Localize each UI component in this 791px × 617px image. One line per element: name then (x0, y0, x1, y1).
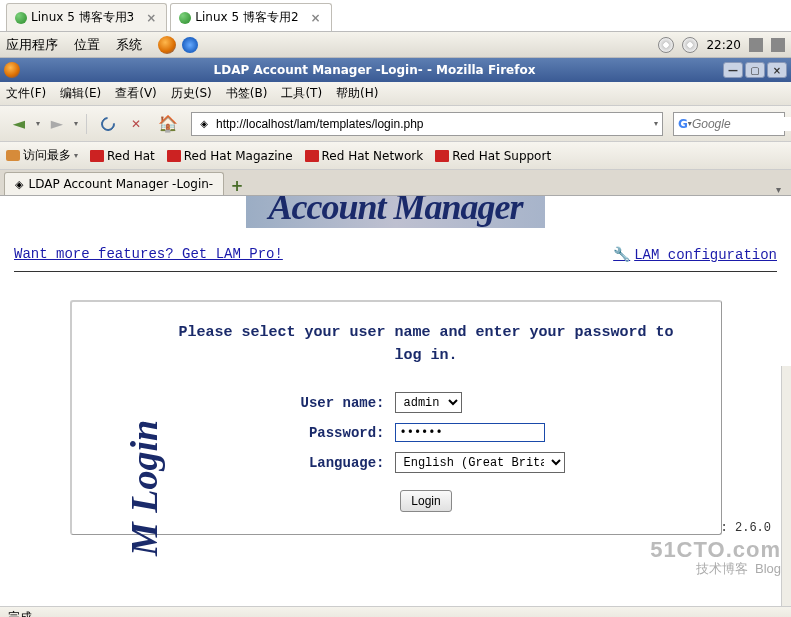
search-bar[interactable]: G ▾ (673, 112, 785, 136)
password-label: Password: (270, 425, 385, 441)
tab-overflow-icon[interactable]: ▾ (770, 184, 787, 195)
close-button[interactable]: × (767, 62, 787, 78)
maximize-button[interactable]: ▢ (745, 62, 765, 78)
menu-bookmarks[interactable]: 书签(B) (226, 85, 268, 102)
menu-history[interactable]: 历史(S) (171, 85, 212, 102)
minimize-button[interactable]: — (723, 62, 743, 78)
reload-button[interactable] (95, 111, 121, 137)
redhat-icon (167, 150, 181, 162)
bookmarks-toolbar: 访问最多 ▾ Red Hat Red Hat Magazine Red Hat … (0, 142, 791, 170)
login-side-label: M Login (122, 420, 166, 556)
language-label: Language: (270, 455, 385, 471)
menu-file[interactable]: 文件(F) (6, 85, 46, 102)
stop-button[interactable]: ✕ (125, 111, 151, 137)
tab-label: LDAP Account Manager -Login- (28, 177, 213, 191)
forward-button[interactable]: ► (44, 111, 70, 137)
login-card: M Login Please select your user name and… (70, 300, 722, 535)
menu-view[interactable]: 查看(V) (115, 85, 157, 102)
browser-tab[interactable]: ◈ LDAP Account Manager -Login- (4, 172, 224, 195)
status-bar: 完成 (0, 606, 791, 617)
banner-text: Account Manager (268, 196, 522, 227)
separator (86, 114, 87, 134)
menu-edit[interactable]: 编辑(E) (60, 85, 101, 102)
menu-applications[interactable]: 应用程序 (6, 36, 58, 54)
login-button[interactable]: Login (400, 490, 451, 512)
window-titlebar: LDAP Account Manager -Login- - Mozilla F… (0, 58, 791, 82)
menu-tools[interactable]: 工具(T) (281, 85, 322, 102)
url-input[interactable] (212, 117, 654, 131)
side-strip (781, 366, 791, 606)
clock[interactable]: 22:20 (706, 38, 741, 52)
window-title: LDAP Account Manager -Login- - Mozilla F… (26, 63, 723, 77)
app-banner: Account Manager (0, 196, 791, 228)
os-tab[interactable]: Linux 5 博客专用2 × (170, 3, 331, 31)
language-select[interactable]: English (Great Britain) (395, 452, 565, 473)
disc-icon[interactable] (658, 37, 674, 53)
firefox-icon (4, 62, 20, 78)
bookmark-item[interactable]: Red Hat Support (435, 149, 551, 163)
user-label: User name: (270, 395, 385, 411)
url-bar[interactable]: ◈ ▾ (191, 112, 663, 136)
forward-history-dropdown[interactable]: ▾ (74, 119, 78, 128)
menu-bar: 文件(F) 编辑(E) 查看(V) 历史(S) 书签(B) 工具(T) 帮助(H… (0, 82, 791, 106)
close-icon[interactable]: × (311, 11, 321, 25)
os-tab[interactable]: Linux 5 博客专用3 × (6, 3, 167, 31)
tray-icon[interactable] (771, 38, 785, 52)
bookmark-item[interactable]: Red Hat Magazine (167, 149, 293, 163)
back-button[interactable]: ◄ (6, 111, 32, 137)
redhat-icon (305, 150, 319, 162)
vm-icon (179, 12, 191, 24)
search-input[interactable] (692, 117, 791, 131)
wrench-icon: 🔧 (613, 246, 630, 263)
user-select[interactable]: admin (395, 392, 462, 413)
speaker-icon[interactable] (749, 38, 763, 52)
gnome-panel: 应用程序 位置 系统 22:20 (0, 32, 791, 58)
tab-favicon: ◈ (15, 178, 23, 191)
vm-icon (15, 12, 27, 24)
disc-icon[interactable] (682, 37, 698, 53)
new-tab-button[interactable]: + (224, 177, 250, 195)
url-dropdown-icon[interactable]: ▾ (654, 119, 658, 128)
back-history-dropdown[interactable]: ▾ (36, 119, 40, 128)
folder-icon (6, 150, 20, 161)
os-tab-label: Linux 5 博客专用2 (195, 9, 298, 26)
divider (14, 271, 777, 272)
menu-places[interactable]: 位置 (74, 36, 100, 54)
login-prompt: Please select your user name and enter y… (90, 322, 703, 367)
menu-help[interactable]: 帮助(H) (336, 85, 378, 102)
redhat-icon (435, 150, 449, 162)
lam-pro-link[interactable]: Want more features? Get LAM Pro! (14, 246, 283, 263)
bookmark-item[interactable]: Red Hat Network (305, 149, 424, 163)
version-label: : 2.6.0 (721, 521, 771, 535)
redhat-icon (90, 150, 104, 162)
os-tab-label: Linux 5 博客专用3 (31, 9, 134, 26)
nav-toolbar: ◄ ▾ ► ▾ ✕ 🏠 ◈ ▾ G ▾ (0, 106, 791, 142)
lam-favicon: ◈ (196, 116, 212, 132)
home-button[interactable]: 🏠 (155, 111, 181, 137)
page-content: Account Manager Want more features? Get … (0, 196, 791, 606)
google-icon: G (678, 117, 688, 131)
browser-tab-strip: ◈ LDAP Account Manager -Login- + ▾ (0, 170, 791, 196)
lam-config-link[interactable]: 🔧 LAM configuration (613, 246, 777, 263)
most-visited-label: 访问最多 (23, 147, 71, 164)
firefox-launcher-icon[interactable] (158, 36, 176, 54)
globe-icon[interactable] (182, 37, 198, 53)
os-tab-strip: Linux 5 博客专用3 × Linux 5 博客专用2 × (0, 0, 791, 32)
watermark: 51CTO.com 技术博客 Blog (650, 538, 781, 576)
chevron-down-icon: ▾ (74, 151, 78, 160)
bookmark-item[interactable]: Red Hat (90, 149, 155, 163)
menu-system[interactable]: 系统 (116, 36, 142, 54)
most-visited[interactable]: 访问最多 ▾ (6, 147, 78, 164)
close-icon[interactable]: × (146, 11, 156, 25)
status-text: 完成 (8, 609, 32, 617)
password-input[interactable] (395, 423, 545, 442)
